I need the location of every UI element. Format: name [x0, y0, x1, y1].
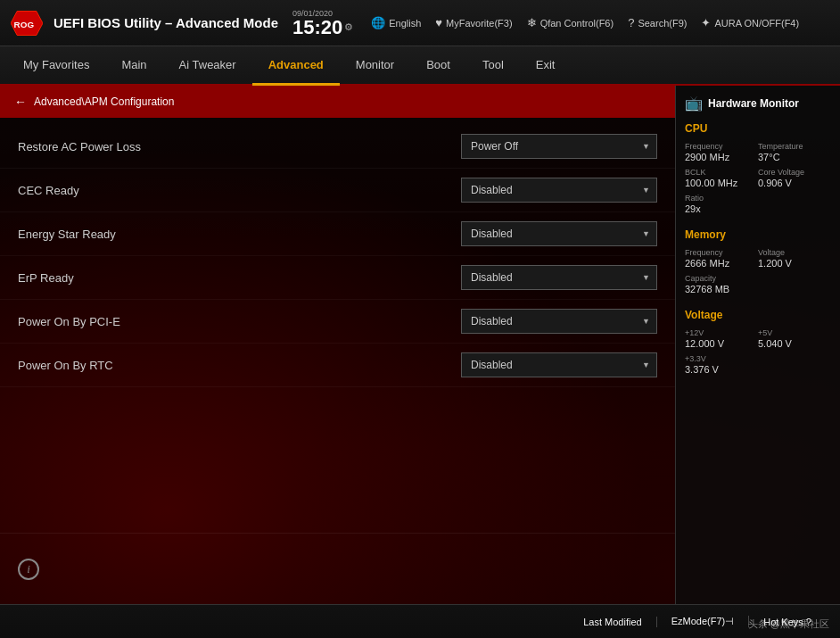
pci-e-select[interactable]: Disabled Enabled	[461, 309, 657, 334]
monitor-3v3-col: +3.3V 3.376 V	[685, 354, 831, 375]
erp-ready-dropdown-wrapper: Disabled Enabled S4+S5	[461, 265, 657, 290]
rtc-dropdown-wrapper: Disabled Enabled	[461, 352, 657, 377]
monitor-bclk-voltage-row: BCLK 100.00 MHz Core Voltage 0.906 V	[685, 168, 831, 188]
info-area: i	[0, 533, 675, 604]
header-meta: 09/01/2020 15:20 ⚙	[292, 9, 353, 37]
setting-row-cec-ready: CEC Ready Disabled Enabled	[0, 169, 675, 212]
monitor-voltage-section: Voltage +12V 12.000 V +5V 5.040 V +3.3V …	[685, 309, 831, 375]
tab-boot[interactable]: Boot	[410, 46, 466, 86]
v5-value: 5.040 V	[758, 338, 831, 349]
rtc-control: Disabled Enabled	[461, 352, 657, 377]
monitor-header: 📺 Hardware Monitor	[685, 95, 831, 112]
tab-main[interactable]: Main	[105, 46, 162, 86]
pci-e-control: Disabled Enabled	[461, 309, 657, 334]
cec-ready-control: Disabled Enabled	[461, 178, 657, 203]
tab-monitor[interactable]: Monitor	[340, 46, 410, 86]
monitor-memory-title: Memory	[685, 228, 831, 241]
monitor-12v-col: +12V 12.000 V	[685, 328, 758, 349]
bclk-value: 100.00 MHz	[685, 178, 758, 188]
tab-my-favorites[interactable]: My Favorites	[7, 46, 105, 86]
core-voltage-label: Core Voltage	[758, 168, 831, 177]
footer-bar: Last Modified EzMode(F7)⊣ Hot Keys ?	[0, 604, 840, 638]
restore-ac-label: Restore AC Power Loss	[18, 140, 461, 153]
mem-freq-value: 2666 MHz	[685, 258, 758, 269]
cpu-freq-label: Frequency	[685, 142, 758, 151]
core-voltage-value: 0.906 V	[758, 178, 831, 188]
monitor-voltage-title: Voltage	[685, 309, 831, 321]
monitor-cpu-freq-temp-row: Frequency 2900 MHz Temperature 37°C	[685, 142, 831, 162]
monitor-5v-col: +5V 5.040 V	[758, 328, 831, 349]
monitor-bclk-col: BCLK 100.00 MHz	[685, 168, 758, 188]
fan-icon: ❄	[527, 16, 537, 29]
setting-row-energy-star: Energy Star Ready Disabled Enabled	[0, 212, 675, 256]
monitor-cpu-freq-col: Frequency 2900 MHz	[685, 142, 758, 162]
monitor-memory-section: Memory Frequency 2666 MHz Voltage 1.200 …	[685, 228, 831, 294]
search-icon: ?	[628, 16, 634, 29]
v12-value: 12.000 V	[685, 338, 758, 349]
pci-e-label: Power On By PCI-E	[18, 315, 461, 328]
monitor-mem-freq-voltage-row: Frequency 2666 MHz Voltage 1.200 V	[685, 248, 831, 269]
erp-ready-select[interactable]: Disabled Enabled S4+S5	[461, 265, 657, 290]
header-gear-icon[interactable]: ⚙	[344, 21, 353, 33]
monitor-capacity-col: Capacity 32768 MB	[685, 274, 831, 294]
rog-logo-icon: ROG	[11, 11, 43, 36]
monitor-12v-5v-row: +12V 12.000 V +5V 5.040 V	[685, 328, 831, 349]
language-label: English	[389, 18, 421, 29]
setting-row-restore-ac: Restore AC Power Loss Power Off Power On…	[0, 125, 675, 169]
v5-label: +5V	[758, 328, 831, 337]
tab-advanced[interactable]: Advanced	[252, 46, 340, 86]
tab-tool[interactable]: Tool	[466, 46, 520, 86]
rtc-label: Power On By RTC	[18, 359, 461, 372]
info-icon: i	[18, 559, 39, 580]
v3v3-value: 3.376 V	[685, 364, 831, 375]
tab-exit[interactable]: Exit	[520, 46, 572, 86]
globe-icon: 🌐	[371, 16, 385, 29]
capacity-label: Capacity	[685, 274, 831, 283]
qfan-label: Qfan Control(F6)	[540, 18, 614, 29]
setting-row-rtc: Power On By RTC Disabled Enabled	[0, 344, 675, 387]
header-time: 15:20	[292, 18, 342, 37]
monitor-3v3-row: +3.3V 3.376 V	[685, 354, 831, 375]
ez-mode-button[interactable]: EzMode(F7)⊣	[657, 616, 750, 627]
search-label: Search(F9)	[638, 18, 687, 29]
search-tool[interactable]: ? Search(F9)	[628, 16, 687, 29]
energy-star-label: Energy Star Ready	[18, 228, 461, 241]
pci-e-dropdown-wrapper: Disabled Enabled	[461, 309, 657, 334]
qfan-control-tool[interactable]: ❄ Qfan Control(F6)	[527, 16, 614, 29]
restore-ac-select[interactable]: Power Off Power On Last State	[461, 134, 657, 159]
monitor-mem-voltage-col: Voltage 1.200 V	[758, 248, 831, 269]
header-tools: 🌐 English ♥ MyFavorite(F3) ❄ Qfan Contro…	[371, 16, 829, 29]
aura-tool[interactable]: ✦ AURA ON/OFF(F4)	[701, 16, 799, 29]
back-icon[interactable]: ←	[14, 95, 27, 109]
mem-freq-label: Frequency	[685, 248, 758, 257]
last-modified-button[interactable]: Last Modified	[569, 617, 656, 627]
rtc-select[interactable]: Disabled Enabled	[461, 352, 657, 377]
my-favorite-label: MyFavorite(F3)	[446, 18, 513, 29]
tab-ai-tweaker[interactable]: Ai Tweaker	[163, 46, 252, 86]
energy-star-control: Disabled Enabled	[461, 221, 657, 246]
cpu-temp-label: Temperature	[758, 142, 831, 151]
monitor-capacity-row: Capacity 32768 MB	[685, 274, 831, 294]
cpu-freq-value: 2900 MHz	[685, 152, 758, 162]
monitor-core-voltage-col: Core Voltage 0.906 V	[758, 168, 831, 188]
heart-icon: ♥	[435, 16, 442, 29]
mem-voltage-label: Voltage	[758, 248, 831, 257]
setting-row-erp-ready: ErP Ready Disabled Enabled S4+S5	[0, 256, 675, 300]
aura-label: AURA ON/OFF(F4)	[714, 18, 799, 29]
my-favorite-tool[interactable]: ♥ MyFavorite(F3)	[435, 16, 512, 29]
mem-voltage-value: 1.200 V	[758, 258, 831, 269]
breadcrumb: ← Advanced\APM Configuration	[0, 86, 675, 118]
svg-text:ROG: ROG	[14, 19, 35, 29]
restore-ac-dropdown-wrapper: Power Off Power On Last State	[461, 134, 657, 159]
language-selector[interactable]: 🌐 English	[371, 16, 421, 29]
cec-ready-select[interactable]: Disabled Enabled	[461, 178, 657, 203]
cpu-temp-value: 37°C	[758, 152, 831, 162]
content-area: ← Advanced\APM Configuration Restore AC …	[0, 86, 840, 604]
ratio-label: Ratio	[685, 194, 831, 203]
last-modified-label: Last Modified	[583, 617, 641, 627]
erp-ready-label: ErP Ready	[18, 271, 461, 285]
ez-mode-label: EzMode(F7)⊣	[671, 616, 735, 626]
left-panel: ← Advanced\APM Configuration Restore AC …	[0, 86, 675, 604]
energy-star-select[interactable]: Disabled Enabled	[461, 221, 657, 246]
monitor-title: Hardware Monitor	[708, 97, 799, 110]
